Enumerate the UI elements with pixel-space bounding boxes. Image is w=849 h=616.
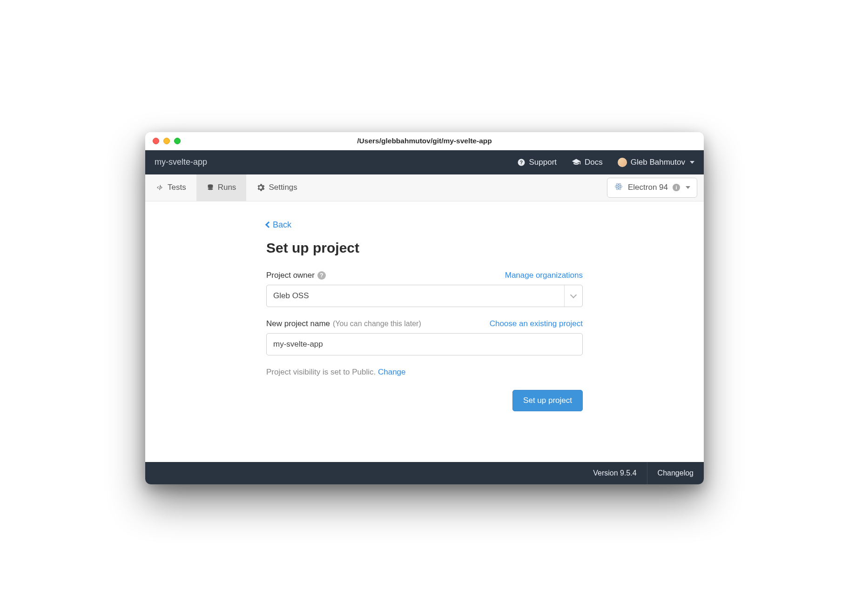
content: Back Set up project Project owner ? Mana…: [145, 201, 704, 462]
gear-icon: [256, 183, 265, 192]
actions: Set up project: [266, 390, 583, 411]
project-name-input[interactable]: [266, 333, 583, 355]
project-name-field: New project name (You can change this la…: [266, 319, 583, 355]
svg-point-4: [208, 188, 213, 190]
docs-label: Docs: [585, 158, 603, 167]
close-window-icon[interactable]: [153, 138, 159, 144]
content-inner: Back Set up project Project owner ? Mana…: [262, 220, 587, 411]
code-icon: [155, 183, 164, 192]
navbar-right: ? Support Docs Gleb Bahmutov: [517, 158, 694, 167]
chevron-down-icon: [570, 291, 577, 298]
tab-runs-label: Runs: [218, 183, 236, 192]
electron-icon: [614, 182, 623, 194]
browser-label: Electron 94: [628, 183, 668, 192]
setup-project-button[interactable]: Set up project: [512, 390, 583, 411]
page-title: Set up project: [266, 240, 583, 256]
docs-link[interactable]: Docs: [572, 158, 603, 167]
caret-down-icon: [690, 161, 694, 164]
visibility-change-link[interactable]: Change: [378, 368, 406, 376]
name-label-wrap: New project name (You can change this la…: [266, 319, 421, 328]
field-header: New project name (You can change this la…: [266, 319, 583, 328]
project-owner-field: Project owner ? Manage organizations Gle…: [266, 271, 583, 307]
tab-settings-label: Settings: [269, 183, 297, 192]
navbar: my-svelte-app ? Support Docs Gleb Bahmut…: [145, 150, 704, 174]
visibility-text: Project visibility is set to Public.: [266, 368, 378, 376]
name-sublabel: (You can change this later): [333, 320, 421, 328]
chevron-left-icon: [265, 221, 272, 228]
tab-settings[interactable]: Settings: [246, 174, 307, 201]
tab-tests-label: Tests: [168, 183, 186, 192]
maximize-window-icon[interactable]: [174, 138, 181, 144]
user-menu[interactable]: Gleb Bahmutov: [618, 158, 694, 167]
owner-label-wrap: Project owner ?: [266, 271, 326, 280]
field-header: Project owner ? Manage organizations: [266, 271, 583, 280]
user-name: Gleb Bahmutov: [631, 158, 685, 167]
window-title: /Users/glebbahmutov/git/my-svelte-app: [357, 137, 492, 145]
choose-existing-link[interactable]: Choose an existing project: [490, 319, 583, 328]
tabs: Tests Runs Settings: [145, 174, 308, 201]
graduation-cap-icon: [572, 158, 581, 167]
tab-runs[interactable]: Runs: [196, 174, 247, 201]
back-label: Back: [273, 220, 291, 230]
info-icon: i: [673, 184, 680, 191]
app-window: /Users/glebbahmutov/git/my-svelte-app my…: [145, 132, 704, 484]
name-label: New project name: [266, 319, 330, 328]
help-icon[interactable]: ?: [317, 271, 326, 280]
app-name: my-svelte-app: [155, 157, 207, 167]
svg-point-5: [618, 186, 620, 187]
changelog-link[interactable]: Changelog: [647, 462, 704, 484]
version-label: Version 9.5.4: [583, 462, 647, 484]
tabbar: Tests Runs Settings Electron 94 i: [145, 174, 704, 201]
svg-text:?: ?: [519, 159, 522, 165]
question-circle-icon: ?: [517, 158, 526, 167]
support-link[interactable]: ? Support: [517, 158, 557, 167]
footer: Version 9.5.4 Changelog: [145, 462, 704, 484]
titlebar: /Users/glebbahmutov/git/my-svelte-app: [145, 132, 704, 150]
tab-tests[interactable]: Tests: [145, 174, 196, 201]
select-chevron-wrap: [564, 285, 576, 307]
owner-select[interactable]: Gleb OSS: [266, 285, 583, 307]
database-icon: [207, 184, 214, 191]
browser-selector[interactable]: Electron 94 i: [607, 178, 697, 198]
avatar-icon: [618, 158, 627, 167]
svg-point-3: [208, 186, 213, 188]
back-link[interactable]: Back: [266, 220, 291, 230]
manage-organizations-link[interactable]: Manage organizations: [505, 271, 583, 280]
owner-label: Project owner: [266, 271, 315, 280]
support-label: Support: [529, 158, 557, 167]
visibility-row: Project visibility is set to Public. Cha…: [266, 368, 583, 377]
minimize-window-icon[interactable]: [163, 138, 170, 144]
traffic-lights: [153, 138, 181, 144]
owner-value: Gleb OSS: [273, 291, 309, 301]
caret-down-icon: [686, 186, 690, 189]
